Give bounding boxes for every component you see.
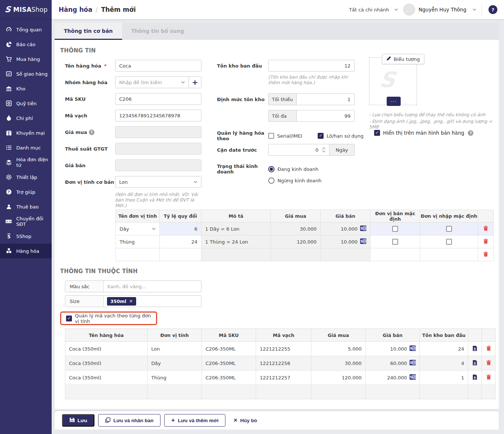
initial-stock-input[interactable]: 12 <box>268 60 355 72</box>
show-on-pos-checkbox[interactable] <box>374 130 380 136</box>
sku-label: Mã SKU <box>65 96 115 102</box>
sidebar-item-chuyen-doi-sdt[interactable]: 11·10Chuyển đổi SĐT <box>0 214 52 229</box>
unit-name-cell[interactable] <box>116 248 160 261</box>
variant-barcode-cell[interactable]: 1221212257 <box>256 371 311 385</box>
trash-icon[interactable] <box>486 345 491 351</box>
help-icon[interactable] <box>468 130 473 136</box>
variant-name-cell[interactable]: Coca (350ml) <box>65 342 148 356</box>
variant-sku-cell[interactable]: C206-350ML <box>202 342 256 356</box>
barcode-input[interactable]: 12345678912345678978 <box>115 110 201 121</box>
remove-tag-icon[interactable]: × <box>129 299 133 303</box>
variant-barcode-cell[interactable]: 1221212256 <box>256 356 311 371</box>
person-icon <box>5 203 12 210</box>
stock-min-input[interactable]: 1 <box>296 93 355 105</box>
price-table-icon[interactable]: S <box>410 360 416 366</box>
trash-icon[interactable] <box>486 360 491 365</box>
sidebar-item-tro-giup[interactable]: ?Trợ giúp <box>0 185 52 199</box>
tab-thong-tin-bo-sung[interactable]: Thông tin bổ sung <box>122 23 193 40</box>
save-button[interactable]: Lưu <box>62 414 94 427</box>
default-sale-unit-checkbox[interactable] <box>392 239 398 245</box>
trash-icon[interactable] <box>483 238 488 244</box>
stock-max-input[interactable]: 99 <box>296 110 355 122</box>
price-table-icon[interactable]: S <box>410 374 416 381</box>
sidebar-item-kho[interactable]: Kho <box>0 81 52 96</box>
default-sale-unit-checkbox[interactable] <box>392 226 398 232</box>
lot-expiry-checkbox[interactable] <box>318 133 324 139</box>
variant-purchase-price-cell[interactable]: 30.000 <box>311 356 366 371</box>
trash-icon[interactable] <box>483 225 488 231</box>
download-document-icon[interactable] <box>472 360 478 366</box>
status-active-radio[interactable] <box>268 166 275 172</box>
unit-ratio-cell[interactable]: 6 <box>160 223 201 235</box>
unit-ratio-cell[interactable] <box>160 248 201 261</box>
unit-name-cell[interactable]: Dây <box>116 223 160 235</box>
product-image-dropzone[interactable]: S ... <box>369 57 417 105</box>
annotation-highlight-box: Quản lý mã vạch theo từng đơn vị tính <box>60 311 157 325</box>
sidebar-item-chi-phi[interactable]: Chi phí <box>0 111 52 125</box>
default-purchase-unit-checkbox[interactable] <box>446 226 452 232</box>
image-more-button[interactable]: ... <box>387 97 401 106</box>
sidebar-item-hang-hoa[interactable]: Hàng hóa <box>0 244 52 258</box>
sidebar-item-5shop[interactable]: 55Shop <box>0 229 52 244</box>
save-and-new-button[interactable]: + Lưu và thêm mới <box>164 414 225 427</box>
attribute-value-input[interactable]: 350ml× <box>104 296 201 307</box>
units-table: Tên đơn vị tínhTỷ lệ quy đổiMô tảGiá mua… <box>115 210 494 261</box>
breadcrumb-parent[interactable]: Hàng hóa <box>59 6 92 13</box>
add-product-group-button[interactable]: + <box>189 76 201 88</box>
unit-name-cell[interactable]: Thùng <box>116 235 160 248</box>
barcode-per-unit-checkbox[interactable] <box>66 316 72 321</box>
price-table-icon[interactable]: S <box>360 238 366 245</box>
sku-input[interactable]: C206 <box>115 93 201 105</box>
status-active-label: Đang kinh doanh <box>277 166 318 172</box>
status-inactive-radio[interactable] <box>268 178 275 184</box>
help-button[interactable] <box>489 5 497 14</box>
sidebar-item-thiet-lap[interactable]: Thiết lập <box>0 170 52 185</box>
sidebar-item-khuyen-mai[interactable]: Khuyến mại <box>0 125 52 140</box>
sidebar-item-quy-tien[interactable]: Quỹ tiền <box>0 96 52 111</box>
variant-initial-stock-cell[interactable]: 24 <box>420 342 468 356</box>
choose-icon-button[interactable]: Biểu tượng <box>382 54 424 64</box>
variant-empty-cell <box>311 385 366 399</box>
branch-selector[interactable]: Tất cả chi nhánh <box>349 7 398 13</box>
sidebar-item-tong-quan[interactable]: Tổng quan <box>0 22 52 37</box>
sidebar-item-thue-bao[interactable]: Thuê bao <box>0 199 52 214</box>
variant-purchase-price-cell[interactable]: 120.000 <box>311 371 366 385</box>
sidebar-item-so-giao-hang[interactable]: Sổ giao hàng <box>0 66 52 81</box>
sidebar-item-hoa-don-dien-tu[interactable]: Hóa đơn điện tử <box>0 155 52 170</box>
app-logo[interactable]: S MISAShop <box>0 0 52 19</box>
tab-thong-tin-co-ban[interactable]: Thông tin cơ bản <box>55 23 122 40</box>
download-document-icon[interactable] <box>472 345 478 351</box>
variant-sku-cell[interactable]: C206-350ML <box>202 356 256 371</box>
variant-sku-cell[interactable]: C206-350ML <box>202 371 256 385</box>
variant-initial-stock-cell[interactable]: 1 <box>420 371 468 385</box>
cancel-button[interactable]: × Hủy bỏ <box>229 414 262 427</box>
variant-purchase-price-cell[interactable]: 5.000 <box>311 342 366 356</box>
price-table-icon[interactable]: S <box>410 345 416 352</box>
help-icon[interactable] <box>89 130 94 135</box>
trash-icon[interactable] <box>483 251 488 257</box>
variant-sale-price-cell[interactable]: 10.000S <box>366 342 420 356</box>
variant-name-cell[interactable]: Coca (350ml) <box>65 356 148 371</box>
variant-initial-stock-cell[interactable]: 4 <box>420 356 468 371</box>
unit-ratio-cell[interactable]: 24 <box>160 235 201 248</box>
base-unit-select[interactable]: Lon <box>115 176 201 188</box>
default-purchase-unit-checkbox[interactable] <box>446 239 452 245</box>
attribute-value-input[interactable]: Xanh, đỏ vàng... <box>104 281 201 292</box>
sidebar-item-danh-muc[interactable]: Danh mục <box>0 140 52 155</box>
variant-barcode-cell[interactable]: 1221212255 <box>256 342 311 356</box>
expiry-warning-input[interactable]: 0 <box>268 144 329 156</box>
price-table-icon[interactable]: S <box>360 225 366 232</box>
variant-name-cell[interactable]: Coca (350ml) <box>65 371 148 385</box>
variant-sale-price-cell[interactable]: 60.000S <box>366 356 420 371</box>
trash-icon[interactable] <box>486 374 491 380</box>
number-stepper[interactable] <box>322 147 325 152</box>
product-group-select[interactable]: Nhập để tìm kiếm <box>115 76 189 88</box>
save-duplicate-button[interactable]: Lưu và nhân bản <box>98 414 160 427</box>
serial-imei-checkbox[interactable] <box>268 133 274 139</box>
user-menu[interactable]: Nguyễn Huy Thông <box>403 4 476 16</box>
sidebar-item-mua-hang[interactable]: Mua hàng <box>0 52 52 66</box>
product-name-input[interactable]: Coca <box>115 60 201 72</box>
download-document-icon[interactable] <box>472 374 478 380</box>
variant-sale-price-cell[interactable]: 240.000S <box>366 371 420 385</box>
sidebar-item-bao-cao[interactable]: Báo cáo <box>0 37 52 52</box>
